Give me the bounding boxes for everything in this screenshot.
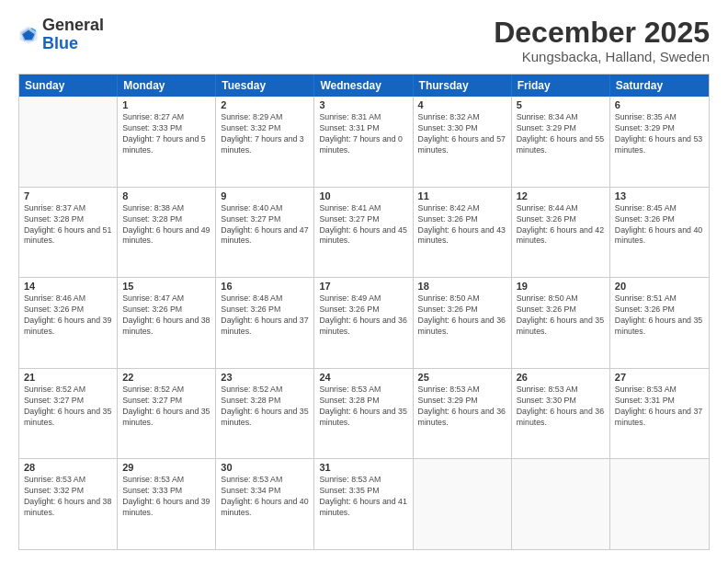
calendar-cell: 10Sunrise: 8:41 AM Sunset: 3:27 PM Dayli… <box>314 188 413 278</box>
logo-icon <box>18 25 39 45</box>
cell-info: Sunrise: 8:53 AM Sunset: 3:35 PM Dayligh… <box>319 475 407 519</box>
calendar-cell: 4Sunrise: 8:32 AM Sunset: 3:30 PM Daylig… <box>414 97 512 187</box>
calendar-week-row: 28Sunrise: 8:53 AM Sunset: 3:32 PM Dayli… <box>19 459 709 549</box>
calendar-cell: 5Sunrise: 8:34 AM Sunset: 3:29 PM Daylig… <box>512 97 610 187</box>
day-number: 7 <box>24 190 112 201</box>
calendar-cell: 17Sunrise: 8:49 AM Sunset: 3:26 PM Dayli… <box>314 278 413 368</box>
calendar-week-row: 14Sunrise: 8:46 AM Sunset: 3:26 PM Dayli… <box>19 278 709 369</box>
cell-info: Sunrise: 8:50 AM Sunset: 3:26 PM Dayligh… <box>418 293 506 338</box>
cell-info: Sunrise: 8:44 AM Sunset: 3:26 PM Dayligh… <box>517 203 605 247</box>
calendar-cell: 2Sunrise: 8:29 AM Sunset: 3:32 PM Daylig… <box>216 97 314 187</box>
cell-info: Sunrise: 8:47 AM Sunset: 3:26 PM Dayligh… <box>122 293 210 338</box>
day-number: 29 <box>122 462 210 473</box>
calendar-cell: 7Sunrise: 8:37 AM Sunset: 3:28 PM Daylig… <box>19 188 118 278</box>
cell-info: Sunrise: 8:53 AM Sunset: 3:32 PM Dayligh… <box>24 475 112 519</box>
day-number: 22 <box>122 372 210 383</box>
cell-info: Sunrise: 8:49 AM Sunset: 3:26 PM Dayligh… <box>319 293 407 338</box>
calendar-week-row: 21Sunrise: 8:52 AM Sunset: 3:27 PM Dayli… <box>19 369 709 460</box>
cell-info: Sunrise: 8:45 AM Sunset: 3:26 PM Dayligh… <box>615 203 704 247</box>
cell-info: Sunrise: 8:37 AM Sunset: 3:28 PM Dayligh… <box>24 203 112 247</box>
calendar-cell: 19Sunrise: 8:50 AM Sunset: 3:26 PM Dayli… <box>512 278 610 368</box>
calendar-cell: 29Sunrise: 8:53 AM Sunset: 3:33 PM Dayli… <box>118 459 216 549</box>
calendar-cell: 25Sunrise: 8:53 AM Sunset: 3:29 PM Dayli… <box>414 369 512 459</box>
day-number: 19 <box>517 281 605 292</box>
cell-info: Sunrise: 8:53 AM Sunset: 3:28 PM Dayligh… <box>319 385 407 429</box>
weekday-header: Monday <box>118 75 216 97</box>
calendar-cell <box>610 459 709 549</box>
cell-info: Sunrise: 8:41 AM Sunset: 3:27 PM Dayligh… <box>319 203 407 247</box>
day-number: 2 <box>221 99 309 110</box>
day-number: 11 <box>418 190 506 201</box>
day-number: 15 <box>122 281 210 292</box>
cell-info: Sunrise: 8:32 AM Sunset: 3:30 PM Dayligh… <box>418 112 506 156</box>
location: Kungsbacka, Halland, Sweden <box>494 49 710 64</box>
cell-info: Sunrise: 8:52 AM Sunset: 3:27 PM Dayligh… <box>24 385 112 429</box>
calendar-cell: 18Sunrise: 8:50 AM Sunset: 3:26 PM Dayli… <box>414 278 512 368</box>
cell-info: Sunrise: 8:27 AM Sunset: 3:33 PM Dayligh… <box>122 112 210 156</box>
day-number: 25 <box>418 372 506 383</box>
cell-info: Sunrise: 8:50 AM Sunset: 3:26 PM Dayligh… <box>517 293 605 338</box>
calendar-cell: 31Sunrise: 8:53 AM Sunset: 3:35 PM Dayli… <box>314 459 413 549</box>
cell-info: Sunrise: 8:51 AM Sunset: 3:26 PM Dayligh… <box>615 293 704 338</box>
calendar-cell: 15Sunrise: 8:47 AM Sunset: 3:26 PM Dayli… <box>118 278 216 368</box>
calendar-cell: 9Sunrise: 8:40 AM Sunset: 3:27 PM Daylig… <box>216 188 314 278</box>
day-number: 23 <box>221 372 309 383</box>
day-number: 16 <box>221 281 309 292</box>
day-number: 26 <box>517 372 605 383</box>
day-number: 21 <box>24 372 112 383</box>
cell-info: Sunrise: 8:53 AM Sunset: 3:30 PM Dayligh… <box>517 385 605 429</box>
page: General Blue December 2025 Kungsbacka, H… <box>0 0 728 563</box>
calendar-cell: 24Sunrise: 8:53 AM Sunset: 3:28 PM Dayli… <box>314 369 413 459</box>
day-number: 28 <box>24 462 112 473</box>
cell-info: Sunrise: 8:52 AM Sunset: 3:28 PM Dayligh… <box>221 385 309 429</box>
cell-info: Sunrise: 8:35 AM Sunset: 3:29 PM Dayligh… <box>615 112 704 156</box>
calendar-cell: 1Sunrise: 8:27 AM Sunset: 3:33 PM Daylig… <box>118 97 216 187</box>
calendar-cell: 22Sunrise: 8:52 AM Sunset: 3:27 PM Dayli… <box>118 369 216 459</box>
weekday-header: Friday <box>512 75 610 97</box>
cell-info: Sunrise: 8:53 AM Sunset: 3:34 PM Dayligh… <box>221 475 309 519</box>
calendar-week-row: 7Sunrise: 8:37 AM Sunset: 3:28 PM Daylig… <box>19 188 709 279</box>
calendar-cell: 27Sunrise: 8:53 AM Sunset: 3:31 PM Dayli… <box>610 369 709 459</box>
weekday-header: Wednesday <box>314 75 413 97</box>
day-number: 17 <box>319 281 407 292</box>
day-number: 14 <box>24 281 112 292</box>
day-number: 1 <box>122 99 210 110</box>
calendar-cell: 21Sunrise: 8:52 AM Sunset: 3:27 PM Dayli… <box>19 369 118 459</box>
calendar-cell <box>414 459 512 549</box>
cell-info: Sunrise: 8:53 AM Sunset: 3:29 PM Dayligh… <box>418 385 506 429</box>
weekday-header: Saturday <box>610 75 709 97</box>
day-number: 6 <box>615 99 704 110</box>
calendar-week-row: 1Sunrise: 8:27 AM Sunset: 3:33 PM Daylig… <box>19 97 709 188</box>
logo: General Blue <box>18 17 104 53</box>
day-number: 30 <box>221 462 309 473</box>
cell-info: Sunrise: 8:52 AM Sunset: 3:27 PM Dayligh… <box>122 385 210 429</box>
cell-info: Sunrise: 8:48 AM Sunset: 3:26 PM Dayligh… <box>221 293 309 338</box>
day-number: 24 <box>319 372 407 383</box>
calendar-cell: 30Sunrise: 8:53 AM Sunset: 3:34 PM Dayli… <box>216 459 314 549</box>
calendar-cell <box>19 97 118 187</box>
day-number: 13 <box>615 190 704 201</box>
weekday-header: Thursday <box>414 75 512 97</box>
calendar-cell: 16Sunrise: 8:48 AM Sunset: 3:26 PM Dayli… <box>216 278 314 368</box>
weekday-header: Sunday <box>19 75 118 97</box>
cell-info: Sunrise: 8:53 AM Sunset: 3:31 PM Dayligh… <box>615 385 704 429</box>
calendar-cell: 11Sunrise: 8:42 AM Sunset: 3:26 PM Dayli… <box>414 188 512 278</box>
day-number: 10 <box>319 190 407 201</box>
calendar-cell: 26Sunrise: 8:53 AM Sunset: 3:30 PM Dayli… <box>512 369 610 459</box>
calendar-header: SundayMondayTuesdayWednesdayThursdayFrid… <box>19 75 709 97</box>
calendar-cell: 14Sunrise: 8:46 AM Sunset: 3:26 PM Dayli… <box>19 278 118 368</box>
day-number: 20 <box>615 281 704 292</box>
day-number: 4 <box>418 99 506 110</box>
day-number: 5 <box>517 99 605 110</box>
weekday-header: Tuesday <box>216 75 314 97</box>
day-number: 9 <box>221 190 309 201</box>
day-number: 27 <box>615 372 704 383</box>
day-number: 3 <box>319 99 407 110</box>
cell-info: Sunrise: 8:40 AM Sunset: 3:27 PM Dayligh… <box>221 203 309 247</box>
logo-general-text: General <box>42 16 104 34</box>
month-title: December 2025 <box>494 17 710 49</box>
logo-text: General Blue <box>42 17 104 53</box>
header: General Blue December 2025 Kungsbacka, H… <box>18 17 710 64</box>
cell-info: Sunrise: 8:31 AM Sunset: 3:31 PM Dayligh… <box>319 112 407 156</box>
calendar-cell: 6Sunrise: 8:35 AM Sunset: 3:29 PM Daylig… <box>610 97 709 187</box>
